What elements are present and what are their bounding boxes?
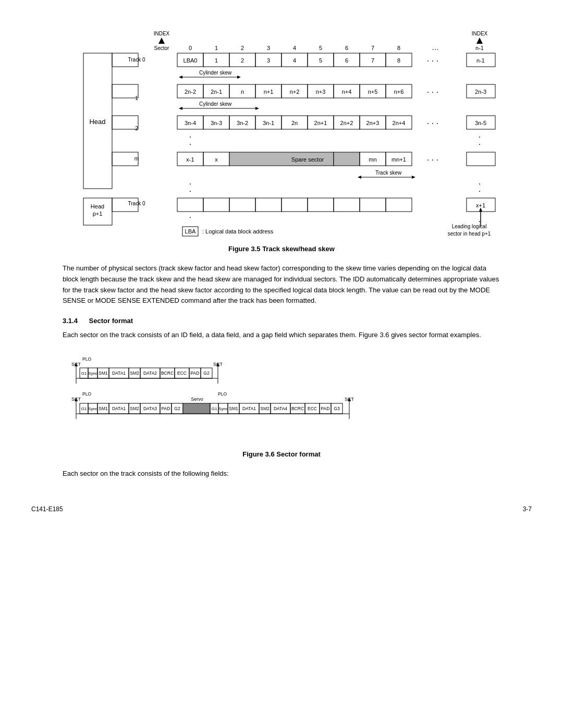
svg-text:· · ·: · · · (427, 155, 438, 164)
svg-text:LBA0: LBA0 (183, 57, 198, 64)
svg-rect-126 (255, 198, 282, 212)
svg-text:…: … (432, 43, 439, 52)
svg-text:2: 2 (135, 126, 138, 131)
svg-text:PAD: PAD (162, 406, 170, 411)
svg-text:n+1: n+1 (264, 89, 274, 95)
svg-text:SM2: SM2 (260, 406, 270, 411)
svg-text:·: · (479, 140, 481, 149)
svg-text:x-1: x-1 (186, 156, 194, 163)
svg-text:n+5: n+5 (368, 89, 378, 95)
svg-text:·: · (189, 187, 191, 195)
svg-text:G3: G3 (334, 406, 340, 411)
svg-text:· · ·: · · · (427, 88, 438, 96)
svg-text:G1: G1 (81, 371, 87, 376)
svg-text:SM1: SM1 (99, 371, 108, 376)
svg-text:G1: G1 (212, 406, 217, 411)
svg-text:BCRC: BCRC (161, 371, 174, 376)
svg-text:PAD: PAD (321, 406, 330, 411)
svg-text:5: 5 (319, 45, 322, 51)
svg-text:p+1: p+1 (93, 211, 103, 217)
svg-text:DATA2: DATA2 (143, 371, 157, 376)
svg-text:· · ·: · · · (427, 56, 438, 65)
svg-text:G2: G2 (203, 371, 210, 376)
svg-text:mn: mn (369, 156, 376, 163)
svg-rect-125 (229, 198, 255, 212)
footer-left: C141-E185 (31, 505, 63, 513)
svg-text:n+6: n+6 (394, 89, 404, 95)
svg-text:4: 4 (293, 45, 296, 51)
svg-marker-1 (476, 38, 483, 44)
svg-text:6: 6 (345, 57, 348, 64)
svg-rect-129 (334, 198, 360, 212)
svg-text:SM2: SM2 (130, 406, 139, 411)
svg-text:G2: G2 (174, 406, 180, 411)
svg-text:·: · (479, 187, 481, 195)
svg-text:SM1: SM1 (229, 406, 238, 411)
svg-text:3n-3: 3n-3 (211, 120, 222, 126)
svg-text:PLO: PLO (82, 391, 91, 397)
svg-text:Sync: Sync (88, 406, 97, 411)
svg-marker-66 (255, 107, 259, 110)
svg-text:·: · (189, 140, 191, 149)
svg-text:Sector: Sector (154, 45, 170, 51)
section314-number: 3.1.4 (63, 317, 78, 325)
svg-text:2n-2: 2n-2 (185, 89, 196, 95)
section314-title: Sector format (89, 317, 133, 325)
svg-text:x: x (215, 156, 218, 163)
closing-text: Each sector on the track consists of the… (63, 468, 500, 479)
svg-text:3n-4: 3n-4 (185, 120, 196, 126)
svg-text:Leading logical: Leading logical (452, 224, 487, 229)
svg-rect-100 (334, 152, 360, 166)
svg-text:DATA1: DATA1 (112, 406, 126, 411)
svg-text:8: 8 (397, 45, 400, 51)
svg-text:Cylinder skew: Cylinder skew (199, 70, 232, 76)
figure35-container: INDEX INDEX Sector 0 1 2 3 4 5 6 7 8 … n… (31, 21, 532, 240)
svg-text:DATA4: DATA4 (274, 406, 287, 411)
svg-text:1: 1 (215, 45, 218, 51)
svg-rect-124 (203, 198, 229, 212)
svg-text:2: 2 (241, 57, 244, 64)
svg-text:2n+4: 2n+4 (393, 120, 406, 126)
svg-text:PLO: PLO (218, 391, 227, 397)
svg-rect-128 (308, 198, 334, 212)
svg-text:SM1: SM1 (99, 406, 108, 411)
page-footer: C141-E185 3-7 (31, 500, 532, 513)
svg-text:2n-1: 2n-1 (211, 89, 222, 95)
svg-text:n+2: n+2 (290, 89, 300, 95)
svg-text:: Logical data block address: : Logical data block address (202, 228, 274, 235)
svg-text:n: n (241, 89, 244, 95)
svg-text:n-1: n-1 (476, 57, 485, 64)
svg-rect-127 (282, 198, 308, 212)
figure36-container: SCT PLO G1 Sync SM1 DATA1 SM2 DATA2 BCRC… (31, 351, 532, 445)
svg-text:Sync: Sync (88, 371, 97, 376)
svg-text:Spare sector: Spare sector (291, 156, 324, 163)
svg-text:· · ·: · · · (427, 119, 438, 128)
svg-text:3n-1: 3n-1 (263, 120, 274, 126)
svg-text:n+4: n+4 (342, 89, 352, 95)
svg-marker-112 (358, 176, 361, 179)
svg-text:3n-5: 3n-5 (475, 120, 486, 126)
svg-text:PLO: PLO (82, 356, 91, 362)
svg-text:ECC: ECC (308, 406, 317, 411)
svg-text:3n-2: 3n-2 (237, 120, 248, 126)
svg-text:sector in head p+1: sector in head p+1 (448, 231, 491, 237)
svg-rect-131 (386, 198, 412, 212)
svg-text:n+3: n+3 (316, 89, 326, 95)
svg-text:5: 5 (319, 57, 322, 64)
svg-rect-103 (467, 152, 495, 166)
svg-text:2n+3: 2n+3 (366, 120, 380, 126)
body-paragraph: The number of physical sectors (track sk… (63, 263, 500, 306)
svg-text:DATA1: DATA1 (242, 406, 256, 411)
svg-text:mn+1: mn+1 (391, 156, 406, 163)
svg-text:2: 2 (241, 45, 244, 51)
svg-text:7: 7 (371, 45, 374, 51)
svg-text:2n-3: 2n-3 (475, 89, 486, 95)
svg-text:SM2: SM2 (130, 371, 139, 376)
index-label-left: INDEX (154, 31, 170, 36)
section314-heading: 3.1.4 Sector format (63, 317, 500, 325)
footer-right: 3-7 (523, 505, 532, 513)
svg-text:Servo: Servo (191, 397, 203, 402)
svg-text:2n+2: 2n+2 (340, 120, 353, 126)
figure36-caption: Figure 3.6 Sector format (31, 450, 532, 458)
svg-rect-192 (183, 403, 210, 414)
